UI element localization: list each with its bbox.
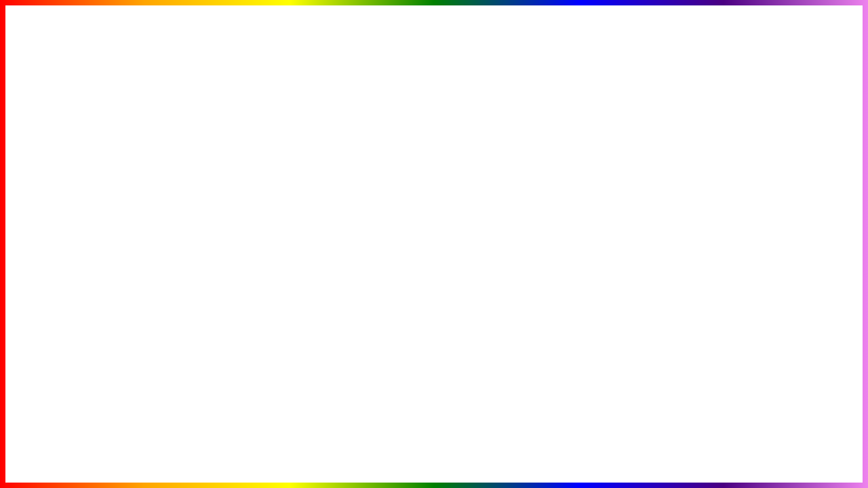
- svg-point-31: [738, 315, 794, 343]
- main-title: BLOX FRUITS: [0, 7, 868, 81]
- window2-hub-label: HoHo Hub: [137, 253, 311, 268]
- stat-second: Second : 30: [239, 295, 275, 302]
- refresh-icon: 🔄: [245, 340, 252, 347]
- refresh-tool-btn[interactable]: Refresh Tool 🔄: [140, 335, 308, 351]
- window2-titlebar: Blox Fruit: Free Version ⚙ —: [137, 239, 311, 253]
- bring-mob-toggle[interactable]: [283, 404, 302, 413]
- fast-attack-row: Fast Attack: [140, 353, 308, 368]
- deco-cube: [10, 352, 44, 386]
- character-svg: [366, 190, 448, 339]
- right-panel: BigBrute: [678, 122, 854, 386]
- svg-rect-7: [408, 285, 422, 319]
- bottom-bar: AUTO FARM SCRIPT PASTEBIN: [0, 436, 868, 481]
- svg-rect-9: [427, 241, 444, 251]
- bring-mob-knob: [293, 405, 301, 413]
- fast-attack-label: Fast Attack: [146, 357, 179, 365]
- window2-nav: Points Teleport Players Esp & Raid Devil…: [137, 268, 311, 293]
- window1-title: Blox Fruit: Free Version: [56, 161, 127, 168]
- window1-nav-players[interactable]: Players: [55, 217, 182, 230]
- fast-attack2-label: Fast Attack 2(PC): [146, 389, 199, 396]
- fast-attack-toggle[interactable]: [283, 356, 302, 365]
- script-text: SCRIPT: [462, 446, 542, 471]
- fast-attack2-row: Fast Attack 2(PC): [140, 385, 308, 400]
- ui-window-2: Blox Fruit: Free Version ⚙ — HoHo Hub Po…: [136, 237, 312, 422]
- android-label: ANDROID: [27, 275, 160, 308]
- window1-controls: ⚙ —: [159, 159, 181, 169]
- arceus-label: ARCEUS X: [764, 399, 842, 416]
- svg-rect-5: [387, 239, 427, 286]
- char-frame-top: [678, 122, 854, 251]
- window1-nav-teleport[interactable]: Teleport: [55, 203, 182, 216]
- click-this-btn[interactable]: ClickThisBeforeUseFastattack2(PC): [140, 369, 308, 384]
- select-tool-row: ✓ Select Tool: nil 💬: [140, 317, 308, 333]
- work-label: WORK: [764, 377, 842, 398]
- window1-nav-points[interactable]: Points: [55, 188, 182, 201]
- character-center: [366, 190, 448, 339]
- checkmark-icon: ✓: [144, 319, 153, 330]
- svg-rect-8: [370, 241, 387, 251]
- stat-hour: Hour : 0: [172, 295, 197, 302]
- fps-ping: FPS : 60 | Ping : 1: [137, 304, 311, 314]
- fast-attack2-knob: [283, 388, 292, 396]
- char-frame-bottom: BigBrute: [678, 258, 854, 386]
- window1-hub-label: HoHo Hub: [52, 171, 185, 187]
- svg-rect-19: [781, 148, 803, 157]
- bring-mob-label: Bring Mob: [146, 405, 177, 413]
- chat-icon: 💬: [293, 320, 303, 329]
- window1-settings-btn[interactable]: ⚙: [159, 159, 169, 169]
- deco-block: [359, 132, 374, 147]
- char-frame-top-svg: [680, 124, 852, 249]
- w2-nav-players[interactable]: Players: [205, 270, 237, 291]
- w2-nav-esp[interactable]: Esp & Raid: [239, 270, 268, 291]
- w2-nav-teleport[interactable]: Teleport: [170, 270, 204, 291]
- bg-building: [203, 88, 339, 210]
- pastebin-text: PASTEBIN: [556, 446, 664, 471]
- svg-rect-6: [392, 285, 406, 319]
- command-label: COMMAND: [458, 194, 610, 225]
- w2-nav-devil[interactable]: DevilFruit: [270, 270, 308, 291]
- svg-rect-3: [393, 214, 404, 220]
- svg-point-13: [707, 165, 749, 193]
- admin-command-label: ADMIN COMMAND: [458, 163, 610, 225]
- char-frame-bottom-svg: BigBrute: [680, 260, 852, 384]
- title-container: BLOX FRUITS: [0, 7, 868, 81]
- mobile-android-label: MOBILE ANDROID: [27, 244, 160, 308]
- deco-block: [339, 146, 353, 159]
- window1-titlebar: Blox Fruit: Free Version ⚙ —: [52, 157, 185, 171]
- window2-minimize-btn[interactable]: —: [297, 241, 307, 250]
- window2-controls: ⚙ —: [285, 241, 307, 250]
- stat-minute: Minute : 0: [203, 295, 233, 302]
- window1-minimize-btn[interactable]: —: [172, 159, 181, 169]
- mobile-label: MOBILE: [27, 244, 160, 275]
- admin-label: ADMIN: [458, 163, 610, 194]
- svg-rect-26: [758, 272, 775, 282]
- fast-attack-knob: [283, 357, 292, 365]
- bottom-padding: [137, 418, 311, 421]
- bring-mob-row: Bring Mob: [140, 401, 308, 416]
- stats-row: Hour : 0 Minute : 0 Second : 30: [137, 293, 311, 304]
- deco-cube: [10, 319, 44, 352]
- select-tool-text: Select Tool: nil: [155, 321, 199, 329]
- deco-block: [156, 136, 173, 152]
- fast-attack2-toggle[interactable]: [283, 388, 302, 397]
- work-arceus-box: WORK ARCEUS X: [753, 369, 853, 424]
- auto-farm-text: AUTO FARM: [204, 436, 450, 481]
- refresh-tool-label: Refresh Tool: [195, 339, 240, 347]
- svg-point-20: [773, 159, 822, 193]
- svg-rect-4: [410, 214, 420, 220]
- window2-settings-btn[interactable]: ⚙: [285, 241, 294, 250]
